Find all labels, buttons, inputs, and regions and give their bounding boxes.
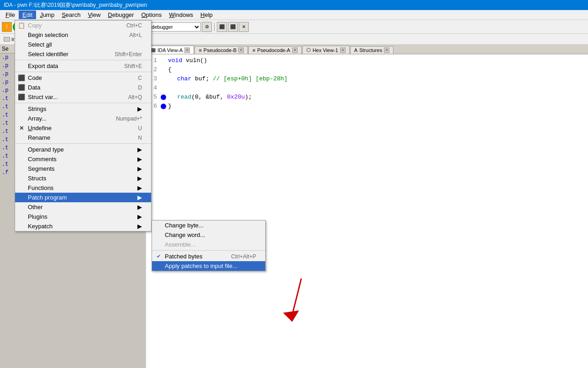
tab-pseudocode-a[interactable]: ≡ Pseudocode-A ✕ xyxy=(248,46,302,54)
title-text: IDA - pwn F:\比赛\2019国赛\pwn\baby_pwn\baby… xyxy=(4,1,147,9)
legend-instruction-color xyxy=(4,37,10,42)
toolbar-circle[interactable]: ● xyxy=(13,22,23,32)
menu-help[interactable]: Help xyxy=(197,11,216,19)
tab-structures[interactable]: A Structures ✕ xyxy=(350,46,394,54)
list-item[interactable]: .f xyxy=(0,168,146,177)
left-panel-close[interactable]: ✕ xyxy=(137,46,144,52)
toolbar-btn-3[interactable]: ⊕ xyxy=(50,22,60,32)
legend-external-color xyxy=(103,37,109,42)
menu-windows[interactable]: Windows xyxy=(165,11,197,19)
menu-jump[interactable]: Jump xyxy=(36,11,58,19)
dot-5 xyxy=(161,95,166,100)
toolbar-sep-1 xyxy=(25,23,26,31)
legend-external-label: External symbol xyxy=(110,37,146,42)
toolbar-btn-6[interactable]: ⟵ xyxy=(83,22,93,32)
left-list: .p .p .p .p .p .t .t .t .t .t .t .t .t .… xyxy=(0,53,146,368)
left-panel-pin[interactable]: 📌 xyxy=(130,46,136,52)
list-item[interactable]: .p xyxy=(0,53,146,62)
toolbar-btn-4[interactable]: ⇒ xyxy=(61,22,71,32)
tab-close-2[interactable]: ✕ xyxy=(238,47,244,53)
list-item[interactable]: .p xyxy=(0,70,146,78)
menu-debugger[interactable]: Debugger xyxy=(104,11,137,19)
toolbar-btn-14[interactable]: ✕ xyxy=(239,22,249,32)
toolbar-btn-7[interactable]: ✕ xyxy=(94,22,104,32)
list-item[interactable]: .p xyxy=(0,86,146,95)
tab-label-5: Structures xyxy=(359,47,382,53)
left-panel: Se 📌 ✕ .p .p .p .p .p .t .t .t .t .t .t … xyxy=(0,45,146,368)
list-item[interactable]: .t xyxy=(0,160,146,168)
toolbar-btn-1[interactable]: ⬛ xyxy=(28,22,38,32)
list-item[interactable]: .p xyxy=(0,62,146,70)
code-content-1b: vuln() xyxy=(186,56,207,65)
tab-close-4[interactable]: ✕ xyxy=(340,47,346,53)
list-item[interactable]: .t xyxy=(0,111,146,119)
main-container: Se 📌 ✕ .p .p .p .p .p .t .t .t .t .t .t … xyxy=(0,45,588,368)
tab-label-3: Pseudocode-A xyxy=(257,47,290,53)
list-item[interactable]: .p xyxy=(0,78,146,86)
toolbar: ! ● ⬛ ⬛ ⊕ ⇒ ⟳ ⟵ ✕ ▷ ⏸ ⬛ No debugger ⚙ ⬛ … xyxy=(0,20,588,34)
toolbar-btn-10[interactable]: ⬛ xyxy=(131,22,141,32)
code-content-2: { xyxy=(168,65,172,74)
menu-edit[interactable]: Edit xyxy=(19,11,36,19)
line-num-6: 6 xyxy=(148,102,157,111)
line-num-1: 1 xyxy=(148,56,157,65)
tab-ida-view-a[interactable]: ▦ IDA View-A ✕ xyxy=(147,46,194,54)
menu-file[interactable]: File xyxy=(2,11,19,19)
line-num-4: 4 xyxy=(148,84,157,93)
tab-pseudocode-b[interactable]: ≡ Pseudocode-B ✕ xyxy=(194,46,248,54)
legend-data-color xyxy=(40,37,47,42)
list-item[interactable]: .t xyxy=(0,127,146,136)
menu-bar: File Edit Jump Search View Debugger Opti… xyxy=(0,10,588,20)
toolbar-warning[interactable]: ! xyxy=(2,22,12,32)
code-content-6: } xyxy=(168,102,172,111)
menu-search[interactable]: Search xyxy=(58,11,84,19)
menu-view[interactable]: View xyxy=(84,11,104,19)
debugger-select[interactable]: No debugger xyxy=(142,22,201,32)
list-item[interactable]: .t xyxy=(0,95,146,103)
code-area: 1 void vuln() 2 { 3 char buf; // [esp+0h… xyxy=(146,54,588,368)
toolbar-btn-2[interactable]: ⬛ xyxy=(39,22,49,32)
toolbar-btn-8[interactable]: ▷ xyxy=(109,22,119,32)
main-area: ▦ IDA View-A ✕ ≡ Pseudocode-B ✕ ≡ Pseudo… xyxy=(146,45,588,368)
code-content-3: char buf; // [esp+0h] [ebp-28h] xyxy=(177,74,288,84)
tab-icon-3: ≡ xyxy=(252,47,255,53)
list-item[interactable]: .t xyxy=(0,144,146,152)
list-item[interactable]: .t xyxy=(0,119,146,127)
legend-unexplored-color xyxy=(64,37,70,42)
line-num-2: 2 xyxy=(148,65,157,74)
legend-instruction-label: Instruction xyxy=(11,37,35,42)
toolbar-btn-11[interactable]: ⚙ xyxy=(202,22,212,32)
legend-data-label: Data xyxy=(48,37,58,42)
line-num-3: 3 xyxy=(148,74,157,84)
legend-instruction: Instruction xyxy=(4,37,35,42)
toolbar-btn-5[interactable]: ⟳ xyxy=(72,22,82,32)
toolbar-btn-12[interactable]: ⬛ xyxy=(217,22,227,32)
list-item[interactable]: .t xyxy=(0,103,146,111)
tab-hex-view[interactable]: ⬡ Hex View-1 ✕ xyxy=(302,46,350,54)
list-item[interactable]: .t xyxy=(0,136,146,144)
code-content-1: void xyxy=(168,56,182,65)
tab-close-1[interactable]: ✕ xyxy=(184,47,190,53)
title-bar: IDA - pwn F:\比赛\2019国赛\pwn\baby_pwn\baby… xyxy=(0,0,588,10)
code-content-5: read(0, &buf, 0x20u); xyxy=(177,93,252,102)
tab-bar: ▦ IDA View-A ✕ ≡ Pseudocode-B ✕ ≡ Pseudo… xyxy=(146,45,588,54)
tab-label-4: Hex View-1 xyxy=(313,47,338,53)
menu-options[interactable]: Options xyxy=(137,11,165,19)
tab-close-5[interactable]: ✕ xyxy=(384,47,389,53)
tab-icon-2: ≡ xyxy=(199,47,201,53)
line-num-5: 5 xyxy=(148,93,157,102)
toolbar-btn-9[interactable]: ⏸ xyxy=(120,22,130,32)
tab-close-3[interactable]: ✕ xyxy=(292,47,298,53)
list-item[interactable]: .t xyxy=(0,152,146,160)
toolbar-btn-13[interactable]: ⬛ xyxy=(228,22,238,32)
toolbar-sep-2 xyxy=(106,23,106,31)
legend-unexplored: Unexplored xyxy=(64,37,97,42)
dot-6 xyxy=(161,104,166,109)
legend-bar: Instruction Data Unexplored External sym… xyxy=(0,34,588,45)
tab-label-1: IDA View-A xyxy=(158,47,183,53)
code-line-1: 1 void vuln() xyxy=(148,56,586,65)
code-line-4: 4 xyxy=(148,84,586,93)
code-line-2: 2 { xyxy=(148,65,586,74)
toolbar-sep-3 xyxy=(214,23,215,31)
legend-data: Data xyxy=(40,37,58,42)
